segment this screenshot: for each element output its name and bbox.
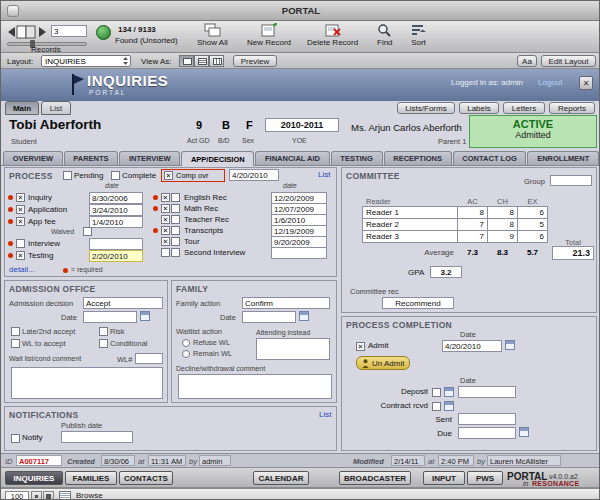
lists-forms-button[interactable]: Lists/Forms: [397, 102, 455, 114]
math-rec-checkbox-2[interactable]: [171, 204, 180, 213]
deposit-checkbox[interactable]: [432, 388, 441, 397]
sort-button[interactable]: Sort: [411, 23, 426, 47]
teacher-rec-checkbox-2[interactable]: [171, 215, 180, 224]
view-list-button[interactable]: [194, 55, 209, 67]
preview-button[interactable]: Preview: [233, 55, 277, 67]
transcripts-checkbox-2[interactable]: [171, 226, 180, 235]
family-date-field[interactable]: [242, 311, 296, 323]
reports-button[interactable]: Reports: [549, 102, 595, 114]
application-checkbox[interactable]: [16, 205, 25, 214]
nav-contacts-button[interactable]: CONTACTS: [119, 471, 173, 485]
new-record-button[interactable]: New Record: [247, 23, 291, 47]
tab-overview[interactable]: OVERVIEW: [3, 151, 63, 165]
window-icon[interactable]: [7, 5, 19, 17]
application-date[interactable]: 3/24/2010: [89, 204, 143, 216]
nav-input-button[interactable]: INPUT: [423, 471, 465, 485]
reader-3-ch[interactable]: 9: [487, 230, 518, 243]
wl-number-field[interactable]: [135, 353, 163, 364]
nav-families-button[interactable]: FAMILIES: [65, 471, 117, 485]
format-aa-button[interactable]: Aa: [517, 55, 537, 67]
process-list-link[interactable]: List: [318, 170, 330, 179]
tab-app-decision[interactable]: APP/DECISION: [181, 151, 254, 166]
logout-link[interactable]: Logout: [538, 78, 562, 87]
edit-layout-button[interactable]: Edit Layout: [541, 55, 596, 67]
publish-date-field[interactable]: [61, 431, 133, 443]
english-rec-checkbox[interactable]: [161, 193, 170, 202]
tour-checkbox-2[interactable]: [171, 237, 180, 246]
remain-wl-radio[interactable]: [182, 350, 190, 358]
teacher-rec-checkbox[interactable]: [161, 215, 170, 224]
notifications-list-link[interactable]: List: [319, 410, 331, 419]
second-interview-checkbox-2[interactable]: [171, 248, 180, 257]
calendar-icon[interactable]: [299, 311, 309, 321]
find-button[interactable]: Find: [377, 23, 393, 47]
pending-checkbox[interactable]: [63, 171, 72, 180]
reader-3-name[interactable]: Reader 3: [362, 230, 458, 243]
tab-parents[interactable]: PARENTS: [64, 151, 119, 165]
nav-broadcaster-button[interactable]: BROADCASTER: [339, 471, 411, 485]
waived-checkbox[interactable]: [83, 227, 92, 236]
calendar-icon[interactable]: [444, 401, 454, 411]
interview-checkbox[interactable]: [16, 239, 25, 248]
zoom-out-button[interactable]: [31, 491, 42, 500]
calendar-icon[interactable]: [140, 311, 150, 321]
detail-link[interactable]: detail...: [9, 265, 35, 274]
decline-comment-textarea[interactable]: [178, 374, 332, 399]
comp-ovr-checkbox[interactable]: [164, 171, 173, 180]
risk-checkbox[interactable]: [99, 327, 108, 336]
testing-checkbox[interactable]: [16, 251, 25, 260]
math-rec-checkbox[interactable]: [161, 204, 170, 213]
complete-checkbox[interactable]: [111, 171, 120, 180]
mode-icon[interactable]: [59, 491, 71, 500]
reader-3-ex[interactable]: 6: [517, 230, 548, 243]
record-nav-book[interactable]: [7, 24, 47, 44]
deposit-date-field[interactable]: [458, 386, 516, 398]
calendar-icon[interactable]: [444, 387, 454, 397]
layout-selector[interactable]: INQUIRIES: [41, 55, 131, 67]
conditional-checkbox[interactable]: [99, 339, 108, 348]
due-field[interactable]: [458, 427, 516, 439]
labels-button[interactable]: Labels: [459, 102, 499, 114]
family-action-field[interactable]: Confirm: [242, 297, 330, 309]
sent-field[interactable]: [458, 413, 516, 425]
comp-ovr-date[interactable]: 4/20/2010: [229, 169, 279, 181]
tab-list[interactable]: List: [41, 101, 71, 115]
inquiry-checkbox[interactable]: [16, 193, 25, 202]
calendar-icon[interactable]: [519, 427, 529, 437]
admit-date-field[interactable]: 4/20/2010: [442, 340, 502, 352]
view-table-button[interactable]: [209, 55, 224, 67]
tab-testing[interactable]: TESTING: [331, 151, 383, 165]
yoe-field[interactable]: 2010-2011: [265, 118, 339, 132]
refuse-wl-radio[interactable]: [182, 339, 190, 347]
notify-checkbox[interactable]: [11, 434, 20, 443]
tab-financial-aid[interactable]: FINANCIAL AID: [255, 151, 329, 165]
attending-instead-field[interactable]: [256, 338, 330, 360]
group-field[interactable]: [550, 175, 592, 186]
waitlist-comment-textarea[interactable]: [11, 367, 163, 399]
english-rec-checkbox-2[interactable]: [171, 193, 180, 202]
close-button[interactable]: ✕: [579, 76, 593, 90]
letters-button[interactable]: Letters: [503, 102, 545, 114]
tab-receptions[interactable]: RECEPTIONS: [384, 151, 452, 165]
admit-checkbox[interactable]: [356, 342, 365, 351]
tab-enrollment[interactable]: ENROLLMENT: [527, 151, 598, 165]
admission-date-field[interactable]: [83, 311, 137, 323]
nav-inquiries-button[interactable]: INQUIRIES: [5, 471, 63, 485]
mode-label[interactable]: Browse: [76, 491, 103, 500]
inquiry-date[interactable]: 8/30/2006: [89, 192, 143, 204]
app-fee-date[interactable]: 1/4/2010: [89, 216, 143, 228]
show-all-button[interactable]: Show All: [197, 23, 228, 47]
second-interview-checkbox[interactable]: [161, 248, 170, 257]
reader-3-ac[interactable]: 7: [457, 230, 488, 243]
second-interview-date[interactable]: [271, 247, 327, 259]
zoom-level[interactable]: 100: [5, 491, 29, 500]
wl-to-accept-checkbox[interactable]: [11, 339, 20, 348]
current-record-input[interactable]: 3: [51, 25, 87, 37]
view-form-button[interactable]: [179, 55, 194, 67]
app-fee-checkbox[interactable]: [16, 217, 25, 226]
tab-main[interactable]: Main: [5, 101, 39, 115]
testing-date[interactable]: 2/20/2010: [89, 250, 143, 262]
admission-decision-field[interactable]: Accept: [83, 297, 163, 309]
tab-interview[interactable]: INTERVIEW: [119, 151, 180, 165]
gpa-field[interactable]: 3.2: [430, 266, 462, 278]
